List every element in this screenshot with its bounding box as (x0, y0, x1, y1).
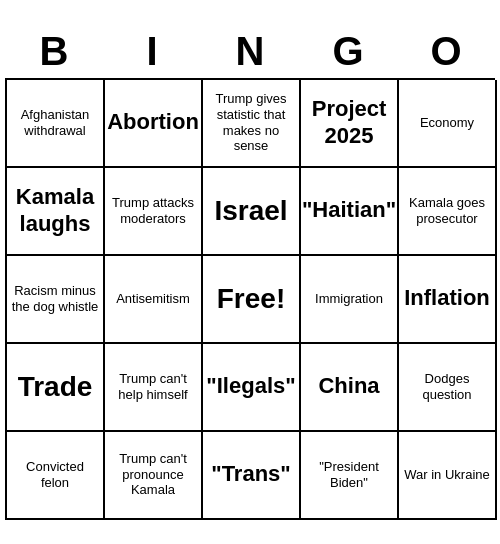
cell-text-14: Inflation (404, 285, 490, 311)
bingo-cell-12[interactable]: Free! (203, 256, 301, 344)
bingo-cell-17[interactable]: "Ilegals" (203, 344, 301, 432)
cell-text-8: "Haitian" (302, 197, 396, 223)
bingo-grid: Afghanistan withdrawalAbortionTrump give… (5, 78, 495, 520)
letter-n: N (205, 29, 295, 74)
cell-text-22: "Trans" (211, 461, 291, 487)
bingo-cell-4[interactable]: Economy (399, 80, 497, 168)
bingo-cell-11[interactable]: Antisemitism (105, 256, 203, 344)
cell-text-17: "Ilegals" (206, 373, 295, 399)
bingo-cell-10[interactable]: Racism minus the dog whistle (7, 256, 105, 344)
bingo-cell-23[interactable]: "President Biden" (301, 432, 399, 520)
bingo-cell-14[interactable]: Inflation (399, 256, 497, 344)
bingo-cell-15[interactable]: Trade (7, 344, 105, 432)
cell-text-12: Free! (217, 282, 285, 316)
bingo-cell-5[interactable]: Kamala laughs (7, 168, 105, 256)
cell-text-16: Trump can't help himself (109, 371, 197, 402)
bingo-cell-6[interactable]: Trump attacks moderators (105, 168, 203, 256)
cell-text-10: Racism minus the dog whistle (11, 283, 99, 314)
cell-text-7: Israel (214, 194, 287, 228)
cell-text-11: Antisemitism (116, 291, 190, 307)
bingo-cell-3[interactable]: Project 2025 (301, 80, 399, 168)
bingo-cell-22[interactable]: "Trans" (203, 432, 301, 520)
bingo-cell-13[interactable]: Immigration (301, 256, 399, 344)
cell-text-3: Project 2025 (305, 96, 393, 149)
bingo-cell-24[interactable]: War in Ukraine (399, 432, 497, 520)
letter-g: G (303, 29, 393, 74)
cell-text-18: China (318, 373, 379, 399)
cell-text-2: Trump gives statistic that makes no sens… (207, 91, 295, 153)
cell-text-21: Trump can't pronounce Kamala (109, 451, 197, 498)
bingo-cell-9[interactable]: Kamala goes prosecutor (399, 168, 497, 256)
bingo-cell-21[interactable]: Trump can't pronounce Kamala (105, 432, 203, 520)
letter-b: B (9, 29, 99, 74)
bingo-cell-19[interactable]: Dodges question (399, 344, 497, 432)
bingo-cell-16[interactable]: Trump can't help himself (105, 344, 203, 432)
bingo-cell-0[interactable]: Afghanistan withdrawal (7, 80, 105, 168)
cell-text-13: Immigration (315, 291, 383, 307)
cell-text-1: Abortion (107, 109, 199, 135)
cell-text-9: Kamala goes prosecutor (403, 195, 491, 226)
bingo-cell-2[interactable]: Trump gives statistic that makes no sens… (203, 80, 301, 168)
cell-text-24: War in Ukraine (404, 467, 489, 483)
cell-text-23: "President Biden" (305, 459, 393, 490)
letter-o: O (401, 29, 491, 74)
cell-text-5: Kamala laughs (11, 184, 99, 237)
cell-text-20: Convicted felon (11, 459, 99, 490)
letter-i: I (107, 29, 197, 74)
cell-text-0: Afghanistan withdrawal (11, 107, 99, 138)
bingo-cell-18[interactable]: China (301, 344, 399, 432)
bingo-cell-20[interactable]: Convicted felon (7, 432, 105, 520)
bingo-cell-8[interactable]: "Haitian" (301, 168, 399, 256)
bingo-title: B I N G O (5, 25, 495, 78)
cell-text-15: Trade (18, 370, 93, 404)
cell-text-4: Economy (420, 115, 474, 131)
bingo-cell-7[interactable]: Israel (203, 168, 301, 256)
cell-text-19: Dodges question (403, 371, 491, 402)
bingo-card: B I N G O Afghanistan withdrawalAbortion… (5, 25, 495, 520)
bingo-cell-1[interactable]: Abortion (105, 80, 203, 168)
cell-text-6: Trump attacks moderators (109, 195, 197, 226)
